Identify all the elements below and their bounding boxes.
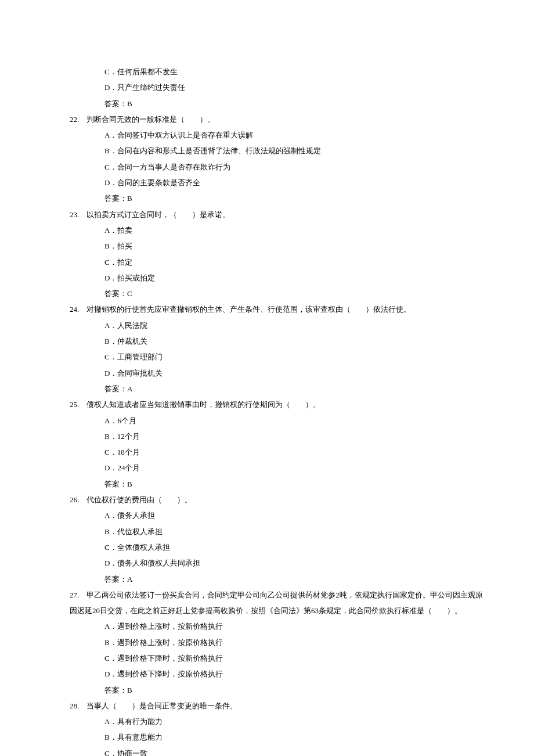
option-a: A．6个月: [70, 413, 464, 429]
option-c: C．全体债权人承担: [70, 539, 464, 555]
answer-line: 答案：B: [70, 96, 464, 111]
option-a: A．人民法院: [70, 318, 464, 333]
answer-line: 答案：C: [70, 286, 464, 301]
question-27-stem-line1: 27. 甲乙两公司依法签订一份买卖合同，合同约定甲公司向乙公司提供药材党参2吨，…: [70, 587, 464, 603]
question-24-stem: 24. 对撤销权的行使首先应审查撤销权的主体、产生条件、行使范围，该审查权由（ …: [70, 301, 464, 317]
option-d: D．遇到价格下降时，按原价格执行: [70, 666, 464, 682]
option-a: A．具有行为能力: [70, 714, 464, 729]
option-a: A．债务人承担: [70, 507, 464, 523]
answer-line: 答案：B: [70, 476, 464, 492]
option-c: C．协商一致: [70, 746, 464, 756]
question-23-stem: 23. 以拍卖方式订立合同时，（ ）是承诺。: [70, 207, 464, 222]
option-c: C．任何后果都不发生: [70, 64, 464, 80]
option-b: B．合同在内容和形式上是否违背了法律、行政法规的强制性规定: [70, 143, 464, 159]
option-c: C．18个月: [70, 444, 464, 460]
question-22-stem: 22. 判断合同无效的一般标准是（ ）。: [70, 111, 464, 127]
question-26-stem: 26. 代位权行使的费用由（ ）。: [70, 492, 464, 507]
question-25-stem: 25. 债权人知道或者应当知道撤销事由时，撤销权的行使期间为（ ）。: [70, 397, 464, 412]
option-c: C．合同一方当事人是否存在欺诈行为: [70, 159, 464, 175]
document-page: C．任何后果都不发生 D．只产生缔约过失责任 答案：B 22. 判断合同无效的一…: [0, 0, 534, 756]
option-a: A．拍卖: [70, 222, 464, 238]
option-d: D．合同审批机关: [70, 365, 464, 381]
option-c: C．拍定: [70, 254, 464, 270]
question-27-stem-line2: 因迟延20日交货，在此之前正好赶上党参提高收购价，按照《合同法》第63条规定，此…: [70, 603, 464, 618]
option-a: A．合同签订中双方认识上是否存在重大误解: [70, 127, 464, 143]
option-b: B．12个月: [70, 429, 464, 444]
option-c: C．工商管理部门: [70, 349, 464, 365]
option-d: D．债务人和债权人共同承担: [70, 555, 464, 571]
option-b: B．遇到价格上涨时，按原价格执行: [70, 635, 464, 650]
option-c: C．遇到价格下降时，按新价格执行: [70, 650, 464, 666]
option-d: D．只产生缔约过失责任: [70, 80, 464, 95]
answer-line: 答案：A: [70, 381, 464, 397]
option-d: D．24个月: [70, 460, 464, 476]
option-d: D．拍买或拍定: [70, 270, 464, 286]
option-b: B．代位权人承担: [70, 524, 464, 539]
option-d: D．合同的主要条款是否齐全: [70, 175, 464, 190]
answer-line: 答案：B: [70, 190, 464, 206]
question-28-stem: 28. 当事人（ ）是合同正常变更的唯一条件。: [70, 698, 464, 714]
answer-line: 答案：A: [70, 571, 464, 587]
option-b: B．具有意思能力: [70, 729, 464, 745]
option-b: B．拍买: [70, 238, 464, 254]
option-a: A．遇到价格上涨时，按新价格执行: [70, 618, 464, 634]
answer-line: 答案：B: [70, 682, 464, 698]
option-b: B．仲裁机关: [70, 333, 464, 349]
